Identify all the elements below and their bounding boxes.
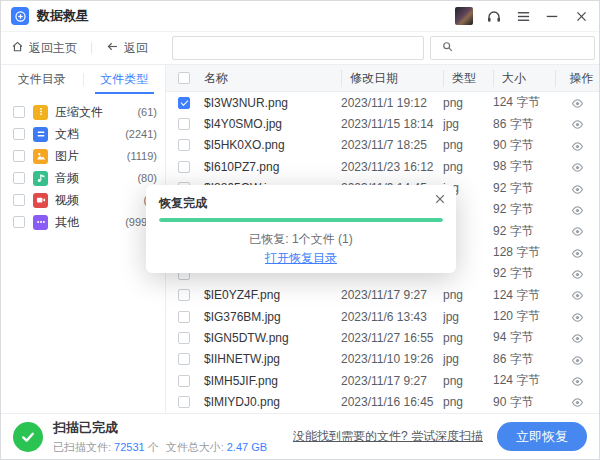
header-size[interactable]: 大小 bbox=[493, 70, 555, 87]
file-date: 2023/11/17 9:27 bbox=[341, 288, 443, 302]
preview-eye-icon[interactable] bbox=[571, 289, 584, 302]
row-checkbox[interactable] bbox=[178, 396, 190, 408]
sidebar-item[interactable]: 压缩文件 (61) bbox=[1, 101, 165, 123]
file-type-icon bbox=[33, 171, 48, 186]
file-type-checkbox[interactable] bbox=[13, 106, 25, 118]
preview-eye-icon[interactable] bbox=[571, 375, 584, 388]
file-type-checkbox[interactable] bbox=[13, 194, 25, 206]
file-size: 86 字节 bbox=[493, 116, 555, 133]
sidebar-item-label: 文档 bbox=[55, 126, 79, 143]
file-name: $I3W3NUR.png bbox=[198, 96, 341, 110]
preview-eye-icon[interactable] bbox=[571, 118, 584, 131]
preview-eye-icon[interactable] bbox=[571, 396, 584, 409]
total-size-label: 文件总大小: bbox=[166, 441, 224, 453]
statusbar: 扫描已完成 已扫描文件:72531个文件总大小:2.47 GB 没能找到需要的文… bbox=[1, 413, 599, 459]
preview-eye-icon[interactable] bbox=[571, 354, 584, 367]
sidebar-item[interactable]: 图片 (1119) bbox=[1, 145, 165, 167]
file-size: 92 字节 bbox=[493, 201, 555, 218]
header-type[interactable]: 类型 bbox=[443, 70, 493, 87]
sidebar-item[interactable]: 文档 (2241) bbox=[1, 123, 165, 145]
row-checkbox[interactable] bbox=[178, 139, 190, 151]
preview-eye-icon[interactable] bbox=[571, 311, 584, 324]
headset-support-icon[interactable] bbox=[486, 8, 502, 24]
row-checkbox[interactable] bbox=[178, 353, 190, 365]
file-name: $I5HK0XO.png bbox=[198, 138, 341, 152]
sidebar-item-label: 压缩文件 bbox=[55, 104, 103, 121]
preview-eye-icon[interactable] bbox=[571, 204, 584, 217]
row-checkbox[interactable] bbox=[178, 161, 190, 173]
file-date: 2023/11/15 18:14 bbox=[341, 117, 443, 131]
sidebar-item[interactable]: 视频 (0) bbox=[1, 189, 165, 211]
progress-bar-track bbox=[159, 218, 443, 222]
toolbar: 返回主页 返回 bbox=[1, 32, 599, 65]
sidebar-item-count: (80) bbox=[137, 172, 157, 184]
close-icon[interactable] bbox=[573, 8, 589, 24]
table-row[interactable]: $IMIYDJ0.png 2023/11/16 16:45 png 90 字节 bbox=[166, 391, 599, 412]
file-date: 2023/11/17 9:27 bbox=[341, 374, 443, 388]
sidebar-item[interactable]: 音频 (80) bbox=[1, 167, 165, 189]
open-recovery-folder-link[interactable]: 打开恢复目录 bbox=[146, 250, 456, 267]
preview-eye-icon[interactable] bbox=[571, 140, 584, 153]
preview-eye-icon[interactable] bbox=[571, 268, 584, 281]
sidebar-item-label: 其他 bbox=[55, 214, 79, 231]
table-row[interactable]: $IIHNETW.jpg 2023/11/10 19:26 jpg 86 字节 bbox=[166, 349, 599, 370]
deep-scan-link[interactable]: 没能找到需要的文件? 尝试深度扫描 bbox=[293, 428, 483, 445]
file-type: png bbox=[443, 395, 493, 409]
row-checkbox[interactable] bbox=[178, 97, 190, 109]
home-button[interactable]: 返回主页 bbox=[11, 40, 77, 57]
file-type-checkbox[interactable] bbox=[13, 150, 25, 162]
row-checkbox[interactable] bbox=[178, 311, 190, 323]
table-row[interactable]: $I3W3NUR.png 2023/11/1 19:12 png 124 字节 bbox=[166, 92, 599, 113]
row-checkbox[interactable] bbox=[178, 332, 190, 344]
table-row[interactable]: $I5HK0XO.png 2023/11/7 18:25 png 90 字节 bbox=[166, 135, 599, 156]
file-size: 124 字节 bbox=[493, 372, 555, 389]
menu-icon[interactable] bbox=[515, 8, 531, 24]
minimize-icon[interactable] bbox=[544, 8, 560, 24]
table-row[interactable]: $I4Y0SMO.jpg 2023/11/15 18:14 jpg 86 字节 bbox=[166, 113, 599, 134]
table-row[interactable]: $IG376BM.jpg 2023/11/6 13:43 jpg 120 字节 bbox=[166, 306, 599, 327]
recover-now-button[interactable]: 立即恢复 bbox=[497, 422, 587, 451]
file-size: 90 字节 bbox=[493, 137, 555, 154]
preview-eye-icon[interactable] bbox=[571, 183, 584, 196]
file-date: 2023/11/7 18:25 bbox=[341, 138, 443, 152]
file-type-checkbox[interactable] bbox=[13, 216, 25, 228]
file-size: 124 字节 bbox=[493, 287, 555, 304]
preview-eye-icon[interactable] bbox=[571, 225, 584, 238]
row-checkbox[interactable] bbox=[178, 375, 190, 387]
tab-file-type[interactable]: 文件类型 bbox=[84, 65, 166, 94]
dialog-close-icon[interactable] bbox=[434, 193, 446, 205]
file-type-list: 压缩文件 (61) 文档 (2241) 图片 (11 bbox=[1, 94, 165, 233]
table-row[interactable]: $IGN5DTW.png 2023/11/27 16:55 png 94 字节 bbox=[166, 327, 599, 348]
back-button[interactable]: 返回 bbox=[106, 40, 148, 57]
dialog-title: 恢复完成 bbox=[159, 195, 207, 212]
row-checkbox[interactable] bbox=[178, 289, 190, 301]
file-type-checkbox[interactable] bbox=[13, 172, 25, 184]
row-checkbox[interactable] bbox=[178, 118, 190, 130]
file-type-checkbox[interactable] bbox=[13, 128, 25, 140]
search-input[interactable] bbox=[172, 36, 424, 60]
table-row[interactable]: $IMH5JIF.png 2023/11/17 9:27 png 124 字节 bbox=[166, 370, 599, 391]
header-name[interactable]: 名称 bbox=[198, 70, 341, 87]
file-size: 92 字节 bbox=[493, 265, 555, 282]
preview-eye-icon[interactable] bbox=[571, 161, 584, 174]
progress-bar-fill bbox=[159, 218, 443, 222]
scanned-unit: 个 bbox=[148, 441, 159, 453]
preview-eye-icon[interactable] bbox=[571, 97, 584, 110]
table-row[interactable]: $I610PZ7.png 2023/11/23 16:12 png 98 字节 bbox=[166, 156, 599, 177]
tab-file-directory[interactable]: 文件目录 bbox=[1, 65, 83, 94]
preview-eye-icon[interactable] bbox=[571, 332, 584, 345]
header-date[interactable]: 修改日期 bbox=[341, 70, 443, 87]
sidebar-item[interactable]: 其他 (9999) bbox=[1, 211, 165, 233]
preview-eye-icon[interactable] bbox=[571, 247, 584, 260]
home-icon bbox=[11, 40, 24, 56]
recovery-complete-dialog: 恢复完成 已恢复: 1个文件 (1) 打开恢复目录 bbox=[146, 185, 456, 273]
search-button[interactable] bbox=[430, 36, 595, 60]
select-all-checkbox[interactable] bbox=[178, 72, 190, 84]
titlebar-controls bbox=[455, 7, 589, 25]
titlebar: 数据救星 bbox=[1, 1, 599, 32]
file-type: jpg bbox=[443, 352, 493, 366]
app-logo-icon bbox=[11, 7, 29, 25]
user-avatar[interactable] bbox=[455, 7, 473, 25]
table-row[interactable]: $IE0YZ4F.png 2023/11/17 9:27 png 124 字节 bbox=[166, 285, 599, 306]
file-type: png bbox=[443, 160, 493, 174]
